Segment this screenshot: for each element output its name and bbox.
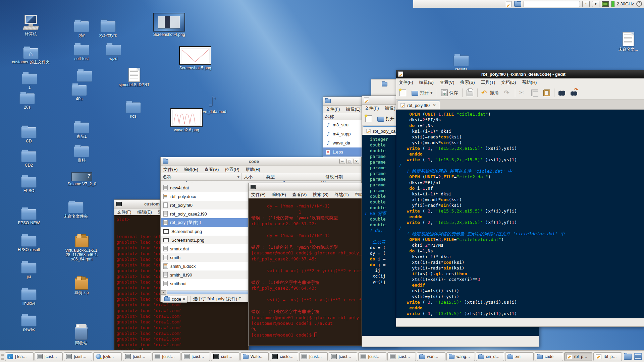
gedit2-tab[interactable]: rbf_poly_ca <box>363 126 398 135</box>
taskbar-button-cust[interactable]: [cust… <box>358 352 387 361</box>
desktop-icon-VirtualBox-5.1-5.1. 28_117968_el6-1. x86_64.rpm[interactable]: VirtualBox-5.1-5.1. 28_117968_el6-1. x86… <box>61 231 103 261</box>
menu-item-帮助H[interactable]: 帮助(H) <box>246 167 260 173</box>
menu-item-编辑E[interactable]: 编辑(E) <box>272 192 286 198</box>
save-button[interactable]: 保存 <box>440 89 460 97</box>
taskbar-button-cust[interactable]: [cust… <box>181 352 210 361</box>
cpu-applet-icon[interactable] <box>602 1 609 7</box>
desktop-icon-Salome V7_2_0[interactable]: 7Salome V7_2_0 <box>61 165 103 186</box>
gedit-tab[interactable]: rbf_poly.f90✕ <box>397 101 440 109</box>
open-button[interactable]: 打开▾ <box>410 89 434 97</box>
menu-item-文档D[interactable]: 文档(D) <box>501 79 516 85</box>
desktop-icon-Screenshot-4.png[interactable]: Screenshot-4.png <box>148 15 190 37</box>
print-button[interactable] <box>465 89 475 97</box>
desktop-icon-waveh2.6.png[interactable]: waveh2.6.png <box>166 111 207 132</box>
desktop-icon-FPSO-NEW[interactable]: FPSO-NEW <box>8 204 50 225</box>
taskbar-button-xin[interactable]: xin <box>505 352 534 361</box>
desktop-icon-资料[interactable]: 资料 <box>61 141 102 163</box>
taskbar-button-cust[interactable]: [cust… <box>123 352 151 361</box>
desktop-icon-results[interactable]: results <box>440 50 482 72</box>
taskbar-button-rbf_p[interactable]: rbf_p… <box>593 352 622 361</box>
desktop-icon-wjzd[interactable]: wjzd <box>93 40 134 61</box>
taskbar-folder-icon[interactable] <box>624 354 632 360</box>
gedit-code-area[interactable]: OPEN (UNIT=1,FILE="cicle1.dat") dksi=2*P… <box>396 110 644 318</box>
record-button[interactable]: • <box>582 1 590 7</box>
undo-button[interactable]: ↶撤消 <box>480 89 500 97</box>
desktop-icon-CD[interactable]: CD <box>8 122 50 143</box>
taskbar-button-Tea[interactable]: [Tea… <box>5 352 34 361</box>
taskbar-file-cabinet-icon[interactable] <box>634 353 642 360</box>
new-document-button[interactable] <box>364 115 373 123</box>
menu-item-文件F[interactable]: 文件(F) <box>365 105 379 111</box>
tab-close-icon[interactable]: ✕ <box>432 103 437 108</box>
desktop-icon-算例.zip[interactable]: 算例.zip <box>61 274 102 295</box>
taskbar-button-Wate[interactable]: Wate… <box>240 352 269 361</box>
desktop-icon-kcs[interactable]: kcs <box>112 97 154 119</box>
desktop-icon-sjmodel.SLDPRT[interactable]: sjmodel.SLDPRT <box>113 66 155 87</box>
menu-item-位置P[interactable]: 位置(P) <box>225 167 239 173</box>
taskbar-button-code[interactable]: code <box>535 352 563 361</box>
close-button[interactable]: ✕ <box>354 159 359 164</box>
menu-item-文件F[interactable]: 文件(F) <box>399 79 413 85</box>
desktop-icon-CD2[interactable]: CD2 <box>8 146 50 168</box>
desktop-icon-jiu[interactable]: jiu <box>8 257 50 279</box>
desktop-icon-未命名文件夹[interactable]: 未命名文件夹 <box>55 197 97 219</box>
scroll-left-arrow[interactable]: ◂ <box>161 290 166 295</box>
desktop-icon-FPSO[interactable]: FPSO <box>8 172 50 193</box>
desktop-icon-未命名文...[interactable]: 未命名文... <box>607 30 644 52</box>
taskbar-button-cust[interactable]: [cust… <box>299 352 328 361</box>
desktop-icon-1[interactable]: 1 <box>9 68 50 90</box>
desktop-icon-回收站[interactable]: 回收站 <box>60 324 102 345</box>
open-button[interactable]: 打开 <box>376 115 396 122</box>
maximize-button[interactable]: □ <box>346 159 352 164</box>
paste-button[interactable] <box>542 89 551 97</box>
taskbar-button-custo[interactable]: custo… <box>270 352 298 361</box>
cut-button[interactable]: ✂ <box>518 89 527 97</box>
copy-button[interactable] <box>530 89 539 97</box>
column-header-类型[interactable]: 类型 <box>264 173 323 180</box>
menu-item-编辑E[interactable]: 编辑(E) <box>419 79 434 85</box>
menu-item-查看V[interactable]: 查看(V) <box>204 167 219 173</box>
taskbar-button-wang[interactable]: wang… <box>446 352 475 361</box>
menu-item-查看V[interactable]: 查看(V) <box>440 79 454 85</box>
background-window-fragment[interactable] <box>371 79 398 97</box>
desktop-icon-20s[interactable]: 20s <box>6 88 48 110</box>
panel-dropdown-button[interactable]: ▾ <box>592 1 599 7</box>
find-button[interactable] <box>557 89 567 97</box>
taskbar-button-cust[interactable]: cust… <box>211 352 239 361</box>
menu-item-编辑[interactable]: 编辑( <box>385 105 395 111</box>
redo-button[interactable]: ↷ <box>503 89 512 97</box>
menu-item-查看V[interactable]: 查看(V) <box>292 192 307 198</box>
menu-item-文件F[interactable]: 文件(F) <box>163 167 178 173</box>
menu-item-搜索 S[interactable]: 搜索 (S) <box>313 192 328 198</box>
menu-item-编辑E[interactable]: 编辑(E) <box>184 167 198 173</box>
location-dropdown[interactable]: code▾ <box>162 296 187 303</box>
desktop-icon-直航1[interactable]: 直航1 <box>61 117 102 139</box>
gedit-titlebar[interactable]: rbf_poly.f90 (~/xin/xin_desk/code) - ged… <box>396 70 644 78</box>
taskbar-button-cust[interactable]: [cust… <box>64 352 92 361</box>
column-header-修改日期[interactable]: 修改日期 <box>323 173 361 180</box>
desktop-icon-计算机[interactable]: 计算机 <box>10 15 52 36</box>
menu-item-搜索S[interactable]: 搜索(S) <box>460 79 475 85</box>
taskbar-button-cust[interactable]: [cust… <box>387 352 416 361</box>
taskbar-button-cust[interactable]: [cust… <box>152 352 181 361</box>
menu-item-帮助H[interactable]: 帮助(H) <box>522 79 537 85</box>
taskbar-button-wan[interactable]: wan… <box>417 352 445 361</box>
column-header-大小[interactable]: 大小 <box>242 173 264 180</box>
power-icon[interactable] <box>636 1 642 7</box>
desktop-icon-customer 的主文件夹[interactable]: ⌂customer 的主文件夹 <box>10 43 52 64</box>
minimize-button[interactable]: ─ <box>339 159 345 164</box>
file-manager-launcher-icon[interactable] <box>514 1 521 7</box>
taskbar-button-cust[interactable]: [cust… <box>329 352 357 361</box>
taskbar-button-cyli[interactable]: [cyli… <box>93 352 122 361</box>
taskbar-grip[interactable] <box>1 353 4 361</box>
desktop-icon-xyz-rxryrz[interactable]: xyz-rxryrz <box>87 16 129 38</box>
desktop-icon-FPSO-result[interactable]: FPSO-result <box>8 231 50 252</box>
menu-item-编辑E[interactable]: 编辑(E) <box>138 209 152 215</box>
desktop-icon-40s[interactable]: 40s <box>58 80 100 101</box>
menu-item-文件F[interactable]: 文件(F) <box>251 192 266 198</box>
new-document-button[interactable] <box>398 89 408 97</box>
panel-search-input[interactable] <box>524 1 580 7</box>
menu-item-工具T[interactable]: 工具(T) <box>481 79 495 85</box>
gedit-launcher-icon[interactable] <box>506 1 512 7</box>
menu-item-文件F[interactable]: 文件(F) <box>117 209 131 215</box>
